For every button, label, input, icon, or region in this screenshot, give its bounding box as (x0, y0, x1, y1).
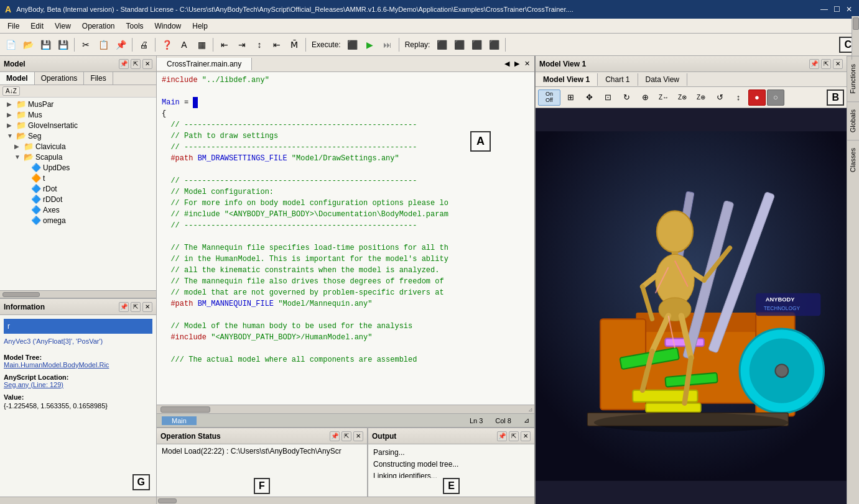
mv-btn-on-off[interactable]: OnOff (538, 89, 560, 106)
mv-btn-zoom-fit[interactable]: ⊡ (599, 89, 616, 106)
tree-item-omega[interactable]: 🔷 omega (1, 215, 155, 226)
tb-unk5[interactable]: ⇤ (269, 37, 285, 53)
operation-panel-close[interactable]: ✕ (353, 431, 363, 441)
menu-tools[interactable]: Tools (121, 21, 149, 32)
sort-az-btn[interactable]: A↓Z (2, 86, 20, 96)
tb-unk2[interactable]: ⇤ (216, 37, 233, 53)
tree-item-upddes[interactable]: 🔷 UpdDes (1, 162, 155, 173)
toggle-glove[interactable]: ▶ (7, 122, 14, 129)
code-tab-forward[interactable]: ▶ (513, 60, 521, 68)
tree-item-glove[interactable]: ▶ 📁 GloveInsertatic (1, 120, 155, 131)
sidebar-tab-classes[interactable]: Classes (847, 140, 859, 180)
mv-btn-record-circle[interactable]: ○ (767, 89, 784, 106)
toggle-scapula[interactable]: ▼ (14, 153, 22, 160)
menu-view[interactable]: View (50, 21, 76, 32)
info-scroll-bar[interactable] (0, 497, 156, 504)
model-view-close[interactable]: ✕ (833, 59, 843, 69)
info-model-tree-value[interactable]: Main.HumanModel.BodyModel.Ric (4, 361, 152, 369)
tb-unk6[interactable]: M̄ (286, 37, 302, 53)
tree-item-seg[interactable]: ▼ 📂 Seg (1, 131, 155, 141)
model-view-pin[interactable]: 📌 (809, 59, 819, 69)
code-tab-crosstrainer[interactable]: CrossTrainer.main.any (157, 58, 252, 70)
model-panel-close[interactable]: ✕ (142, 59, 152, 69)
bottom-hscroll[interactable] (157, 497, 534, 504)
toggle-muspar[interactable]: ▶ (7, 101, 14, 108)
tb-unk1[interactable]: ▦ (193, 37, 210, 53)
mv-tab-model-view-1[interactable]: Model View 1 (536, 73, 598, 86)
mv-btn-zoom-x[interactable]: Z⊗ (674, 89, 691, 106)
tree-item-rddot[interactable]: 🔷 rDDot (1, 194, 155, 204)
output-vscroll[interactable] (852, 16, 859, 60)
mv-tab-chart-1[interactable]: Chart 1 (598, 73, 638, 86)
tree-item-scapula[interactable]: ▼ 📂 Scapula (1, 152, 155, 162)
menu-file[interactable]: File (2, 21, 24, 32)
menu-window[interactable]: Window (150, 21, 187, 32)
tb-rep4[interactable]: ⬛ (486, 37, 502, 53)
mv-btn-zoom-all[interactable]: Z↔ (655, 89, 672, 106)
model-view-float[interactable]: ⇱ (821, 59, 831, 69)
model-panel-pin[interactable]: 📌 (119, 59, 129, 69)
info-panel-float[interactable]: ⇱ (131, 302, 141, 312)
model-viewport[interactable]: ANYBODY TECHNOLOGY (536, 108, 847, 504)
tab-files[interactable]: Files (84, 72, 113, 85)
info-anyscript-value[interactable]: Seg.any (Line: 129) (4, 381, 152, 388)
mv-btn-zoom-in[interactable]: ⊕ (636, 89, 654, 106)
tb-copy[interactable]: 📋 (95, 37, 111, 53)
code-tab-close[interactable]: ✕ (522, 60, 532, 68)
code-area[interactable]: #include "../libdef.any" Main = { // ---… (157, 72, 534, 405)
tb-save2[interactable]: 💾 (55, 37, 71, 53)
tb-print[interactable]: 🖨 (136, 37, 152, 53)
code-hscroll[interactable]: ⊿ (157, 405, 534, 413)
sidebar-tab-functions[interactable]: Functions (847, 56, 859, 101)
mv-btn-rotate[interactable]: ↻ (618, 89, 635, 106)
tb-exec-play[interactable]: ▶ (362, 37, 378, 53)
tree-item-rdot[interactable]: 🔷 rDot (1, 183, 155, 194)
toggle-mus[interactable]: ▶ (7, 111, 14, 118)
tb-spellcheck[interactable]: A (176, 37, 192, 53)
tb-exec-step[interactable]: ⏭ (379, 37, 396, 53)
tb-new[interactable]: 📄 (2, 37, 19, 53)
code-tab-back[interactable]: ◀ (503, 60, 511, 68)
operation-panel-pin[interactable]: 📌 (330, 431, 340, 441)
tree-item-muspar[interactable]: ▶ 📁 MusPar (1, 99, 155, 109)
toggle-clavicula[interactable]: ▶ (14, 143, 22, 150)
tb-save[interactable]: 💾 (37, 37, 53, 53)
output-panel-pin[interactable]: 📌 (497, 431, 507, 441)
tb-cut[interactable]: ✂ (78, 37, 94, 53)
tb-unk4[interactable]: ↕ (251, 37, 267, 53)
tab-model[interactable]: Model (0, 72, 35, 85)
tb-open[interactable]: 📂 (20, 37, 36, 53)
info-panel-pin[interactable]: 📌 (119, 302, 129, 312)
tree-item-axes[interactable]: 🔷 Axes (1, 204, 155, 215)
info-search-input[interactable] (4, 319, 152, 334)
menu-operation[interactable]: Operation (77, 21, 120, 32)
tb-exec-stop[interactable]: ⬛ (345, 37, 361, 53)
titlebar-controls[interactable]: — ☐ ✕ (819, 4, 854, 14)
tb-rep1[interactable]: ⬛ (434, 37, 450, 53)
mv-btn-zoom-y[interactable]: Z⊕ (692, 89, 710, 106)
mv-btn-move[interactable]: ✥ (580, 89, 598, 106)
tree-item-mus[interactable]: ▶ 📁 Mus (1, 109, 155, 120)
toggle-seg[interactable]: ▼ (7, 132, 14, 139)
tb-help[interactable]: ❓ (159, 37, 175, 53)
model-panel-float[interactable]: ⇱ (131, 59, 141, 69)
info-panel-close[interactable]: ✕ (142, 302, 152, 312)
model-scroll-bar[interactable] (0, 290, 156, 298)
mv-btn-flip[interactable]: ↕ (730, 89, 747, 106)
output-panel-close[interactable]: ✕ (521, 431, 531, 441)
mv-btn-rotate-ccw[interactable]: ↺ (711, 89, 728, 106)
tb-unk3[interactable]: ⇥ (234, 37, 250, 53)
mv-btn-record[interactable]: ● (748, 89, 766, 106)
operation-panel-float[interactable]: ⇱ (341, 431, 351, 441)
tree-item-clavicula[interactable]: ▶ 📁 Clavicula (1, 141, 155, 152)
minimize-button[interactable]: — (819, 4, 829, 14)
mv-tab-data-view[interactable]: Data View (638, 73, 687, 86)
tree-item-t[interactable]: 🔶 t (1, 173, 155, 183)
sidebar-tab-globals[interactable]: Globals (847, 101, 859, 140)
close-button[interactable]: ✕ (844, 4, 854, 14)
tb-paste[interactable]: 📌 (113, 37, 129, 53)
menu-help[interactable]: Help (187, 21, 213, 32)
menu-edit[interactable]: Edit (26, 21, 49, 32)
tb-rep2[interactable]: ⬛ (451, 37, 467, 53)
output-panel-float[interactable]: ⇱ (509, 431, 519, 441)
